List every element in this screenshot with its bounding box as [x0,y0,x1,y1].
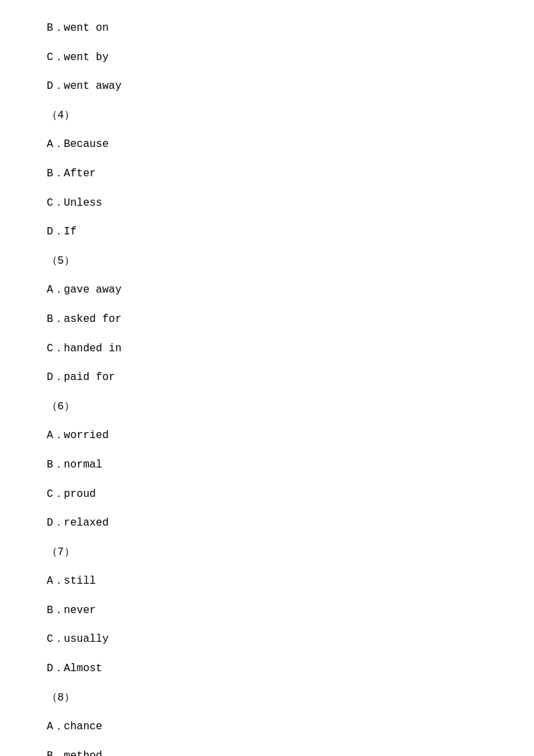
question-number: （7） [47,544,487,562]
answer-option: A．Because [47,136,487,154]
answer-option: B．normal [47,457,487,474]
answer-option: D．If [47,224,487,241]
question-number: （6） [47,399,487,416]
answer-option: B．went on [47,20,487,37]
answer-option: D．paid for [47,369,487,387]
answer-option: A．chance [47,719,487,736]
answer-option: C．Unless [47,195,487,212]
answer-option: B．asked for [47,311,487,329]
answer-option: B．never [47,602,487,620]
answer-option: A．still [47,573,487,590]
answer-option: D．Almost [47,660,487,678]
question-number: （4） [47,108,487,125]
answer-option: D．went away [47,78,487,96]
question-number: （5） [47,253,487,270]
answer-option: C．proud [47,486,487,504]
question-number: （8） [47,690,487,707]
answer-option: B．method [47,748,487,756]
answer-option: C．went by [47,49,487,67]
answer-option: D．relaxed [47,515,487,532]
answer-option: A．worried [47,427,487,445]
answer-option: C．usually [47,631,487,648]
page-content: B．went onC．went byD．went away（4）A．Becaus… [0,0,534,756]
answer-option: C．handed in [47,341,487,358]
answer-option: B．After [47,166,487,183]
answer-option: A．gave away [47,282,487,299]
